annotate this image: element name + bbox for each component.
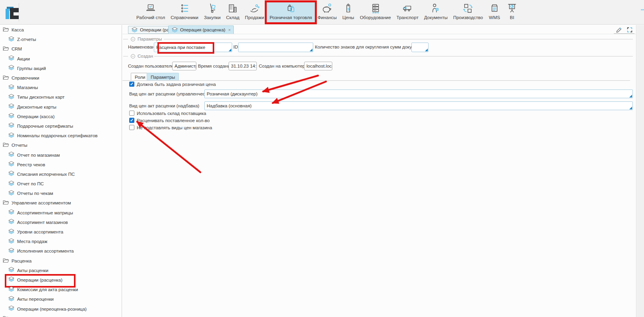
toolbar-item-production[interactable]: Производство xyxy=(450,1,486,23)
toolbar-item-wms[interactable]: WMS xyxy=(486,1,503,23)
fullscreen-icon[interactable] xyxy=(626,26,633,33)
sidebar-item-дисконтные-карты[interactable]: Дисконтные карты xyxy=(0,102,122,112)
sidebar-item-магазины[interactable]: Магазины xyxy=(0,83,122,92)
markup-price-type-label: Вид цен акт расценки (надбавка) xyxy=(129,103,199,108)
sidebar-item-реестр-чеков[interactable]: Реестр чеков xyxy=(0,160,122,169)
sidebar-item-z-отчеты[interactable]: Z-отчеты xyxy=(0,35,122,44)
layers-icon xyxy=(8,103,15,110)
layers-icon xyxy=(8,171,15,177)
list-icon xyxy=(178,2,190,14)
toolbar-item-references[interactable]: Справочники xyxy=(168,1,201,23)
toolbar-item-label: Рабочий стол xyxy=(136,15,165,20)
close-icon[interactable]: × xyxy=(228,27,231,32)
sidebar-item-label: Группы акций xyxy=(17,66,46,71)
checkbox-price-delivered-qty[interactable]: Расценивать поставленное кол-во xyxy=(129,118,209,123)
toolbar-item-finance[interactable]: Финансы xyxy=(315,1,339,23)
toolbar-item-prices[interactable]: $Цены xyxy=(339,1,357,23)
sidebar-item-label: Уровни ассортимента xyxy=(17,229,63,234)
toolbar-item-documents[interactable]: Документы xyxy=(421,1,450,23)
tab-operation-detail[interactable]: Операция (расценка) × xyxy=(168,25,234,34)
checkbox-retail-price-required[interactable]: Должна быть задана розничная цена xyxy=(129,82,216,87)
sidebar-item-подарочные-сертификаты[interactable]: Подарочные сертификаты xyxy=(0,121,122,131)
toolbar-item-retail[interactable]: Розничная торговля xyxy=(267,1,315,23)
sidebar-item-partial-folder[interactable] xyxy=(0,314,122,317)
folder-icon xyxy=(3,315,9,317)
sidebar-item-комиссии-для-акта-расценки[interactable]: Комиссии для акта расценки xyxy=(0,285,122,294)
sidebar-item-уровни-ассортимента[interactable]: Уровни ассортимента xyxy=(0,227,122,237)
name-input[interactable]: Расценка при поставке xyxy=(154,43,232,52)
checkbox-use-supplier-warehouse[interactable]: Использовать склад поставщика xyxy=(129,111,206,116)
pencil-icon[interactable] xyxy=(615,26,623,33)
collapse-icon[interactable]: − xyxy=(131,54,135,58)
sidebar-item-label: Реестр чеков xyxy=(17,162,45,167)
toolbar-item-purchases[interactable]: Закупки xyxy=(201,1,223,23)
sidebar-item-ассортимент-магазинов[interactable]: Ассортимент магазинов xyxy=(0,218,122,227)
sidebar-item-операции-расценка[interactable]: Операции (расценка) xyxy=(0,275,122,285)
folder-icon xyxy=(3,27,9,33)
toolbar-item-sales[interactable]: Продажи xyxy=(242,1,267,23)
layers-icon xyxy=(8,267,15,274)
sidebar-item-расценка[interactable]: Расценка xyxy=(0,256,122,266)
sidebar-item-справочники[interactable]: Справочники xyxy=(0,73,122,83)
sidebar-item-label: Отчет по магазинам xyxy=(17,153,60,158)
sidebar-item-исполнения-ассортимента[interactable]: Исполнения ассортимента xyxy=(0,246,122,256)
package-box-icon xyxy=(489,2,500,14)
divider xyxy=(123,56,128,56)
sidebar-item-ассортиментные-матрицы[interactable]: Ассортиментные матрицы xyxy=(0,208,122,218)
app-logo[interactable] xyxy=(6,7,19,19)
layers-icon xyxy=(8,209,15,216)
sidebar-item-отчеты-по-чекам[interactable]: Отчеты по чекам xyxy=(0,189,122,198)
sidebar-item-списания-испорченных-пс[interactable]: Списания испорченных ПС xyxy=(0,169,122,179)
sidebar-item-места-продаж[interactable]: Места продаж xyxy=(0,237,122,246)
sidebar-item-label: CRM xyxy=(12,47,22,51)
warehouse-icon xyxy=(227,2,239,14)
tab-parameters[interactable]: Параметры xyxy=(147,73,179,81)
sidebar-item-отчет-по-пс[interactable]: Отчет по ПС xyxy=(0,179,122,189)
sidebar-item-акты-расценки[interactable]: Акты расценки xyxy=(0,266,122,275)
toolbar-item-transport[interactable]: Транспорт xyxy=(394,1,421,23)
logo-block xyxy=(6,9,10,19)
id-input[interactable] xyxy=(238,43,313,52)
sidebar-item-номиналы-подарочных-сертификатов[interactable]: Номиналы подарочных сертификатов xyxy=(0,131,122,140)
sidebar-item-касса[interactable]: Касса xyxy=(0,25,122,35)
person-globe-icon xyxy=(430,2,442,14)
shopping-bags-icon xyxy=(285,2,297,14)
checkbox-icon[interactable] xyxy=(129,82,134,87)
toolbar-item-equipment[interactable]: Оборудование xyxy=(357,1,394,23)
created-time-label: Время создания xyxy=(198,64,233,68)
sidebar-item-label: Дисконтные карты xyxy=(17,105,56,109)
toolbar-item-warehouse[interactable]: Склад xyxy=(223,1,242,23)
checkbox-icon[interactable] xyxy=(129,111,134,116)
rounding-input[interactable] xyxy=(411,43,429,52)
sidebar-item-отчет-по-магазинам[interactable]: Отчет по магазинам xyxy=(0,150,122,159)
toolbar-item-label: Транспорт xyxy=(396,15,418,20)
sidebar-item-label: Отчет по ПС xyxy=(17,181,44,186)
sidebar-item-отчеты[interactable]: Отчеты xyxy=(0,140,122,150)
checkbox-icon[interactable] xyxy=(129,118,134,123)
sidebar-item-типы-дисконтных-карт[interactable]: Типы дисконтных карт xyxy=(0,92,122,102)
sidebar-item-label: Типы дисконтных карт xyxy=(17,95,64,99)
checkbox-icon[interactable] xyxy=(129,125,134,130)
divider xyxy=(122,34,636,34)
sidebar-item-управление-ассортиментом[interactable]: Управление ассортиментом xyxy=(0,198,122,208)
toolbar-item-bi[interactable]: BI xyxy=(503,1,521,23)
sidebar-item-label: Номиналы подарочных сертификатов xyxy=(17,133,97,138)
divider xyxy=(154,56,633,56)
checkbox-no-store-price-types[interactable]: Не подставлять виды цен магазина xyxy=(129,125,212,130)
divider xyxy=(123,39,128,39)
managerial-price-type-input[interactable]: Розничная (дискаунтер) xyxy=(204,89,633,98)
toolbar-item-desktop[interactable]: Рабочий стол xyxy=(134,1,168,23)
markup-price-type-input[interactable]: Надбавка (основная) xyxy=(204,101,633,110)
sidebar-item-операции-переоценка-розница[interactable]: Операции (переоценка-розница) xyxy=(0,304,122,313)
layers-icon xyxy=(8,276,15,283)
sidebar-item-акты-переоценки[interactable]: Акты переоценки xyxy=(0,294,122,304)
sidebar-item-акции[interactable]: Акции xyxy=(0,54,122,64)
collapse-icon[interactable]: − xyxy=(131,37,135,41)
sidebar-item-label: Ассортимент магазинов xyxy=(17,220,68,225)
sidebar-item-label: Касса xyxy=(12,27,24,32)
sidebar-item-crm[interactable]: CRM xyxy=(0,44,122,54)
layers-icon xyxy=(8,36,15,43)
sidebar-item-группы-акций[interactable]: Группы акций xyxy=(0,64,122,73)
svg-text:$: $ xyxy=(347,7,350,11)
sidebar-item-операции-касса[interactable]: Операции (касса) xyxy=(0,112,122,121)
